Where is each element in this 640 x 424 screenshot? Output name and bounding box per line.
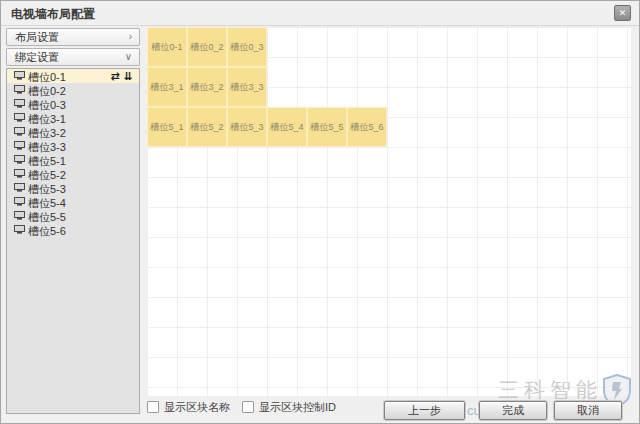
- slot-label: 槽位5-3: [28, 183, 66, 195]
- show-block-control-id-checkbox[interactable]: [242, 401, 254, 413]
- slot-list: 槽位0-1⇄⇊槽位0-2槽位0-3槽位3-1槽位3-2槽位3-3槽位5-1槽位5…: [6, 68, 140, 414]
- slot-label: 槽位5-5: [28, 211, 66, 223]
- monitor-icon: [14, 153, 25, 167]
- slot-item[interactable]: 槽位5-2: [7, 167, 139, 181]
- chevron-right-icon: ›: [129, 29, 132, 45]
- wall-block[interactable]: 槽位5_2: [187, 107, 227, 147]
- slot-item[interactable]: 槽位0-3: [7, 97, 139, 111]
- chevron-down-icon: ∨: [125, 49, 132, 65]
- titlebar: 电视墙布局配置 ✕: [1, 1, 639, 26]
- slot-label: 槽位0-2: [28, 85, 66, 97]
- show-block-control-id-label: 显示区块控制ID: [259, 401, 336, 413]
- slot-item[interactable]: 槽位5-4: [7, 195, 139, 209]
- slot-label: 槽位0-1: [28, 71, 66, 83]
- slot-item[interactable]: 槽位5-6: [7, 223, 139, 237]
- display-options: 显示区块名称显示区块控制ID: [147, 400, 348, 415]
- wall-canvas[interactable]: 槽位0-1槽位0_2槽位0_3槽位3_1槽位3_2槽位3_3槽位5_1槽位5_2…: [147, 27, 631, 396]
- swap-horizontal-icon[interactable]: ⇄: [111, 70, 120, 82]
- wall-block[interactable]: 槽位5_3: [227, 107, 267, 147]
- wall-block[interactable]: 槽位5_4: [267, 107, 307, 147]
- section-label: 绑定设置: [15, 51, 59, 63]
- wall-block[interactable]: 槽位5_6: [347, 107, 387, 147]
- wall-block[interactable]: 槽位0_2: [187, 27, 227, 67]
- monitor-icon: [14, 195, 25, 209]
- monitor-icon: [14, 209, 25, 223]
- sidebar: 布局设置 › 绑定设置 ∨ 槽位0-1⇄⇊槽位0-2槽位0-3槽位3-1槽位3-…: [6, 28, 140, 414]
- close-icon[interactable]: ✕: [614, 5, 631, 21]
- monitor-icon: [14, 83, 25, 97]
- slot-item[interactable]: 槽位3-2: [7, 125, 139, 139]
- monitor-icon: [14, 69, 25, 83]
- wall-block[interactable]: 槽位5_1: [147, 107, 187, 147]
- monitor-icon: [14, 111, 25, 125]
- monitor-icon: [14, 139, 25, 153]
- swap-vertical-icon[interactable]: ⇊: [124, 70, 133, 82]
- monitor-icon: [14, 125, 25, 139]
- slot-label: 槽位3-2: [28, 127, 66, 139]
- section-layout-settings[interactable]: 布局设置 ›: [6, 28, 140, 46]
- slot-label: 槽位3-3: [28, 141, 66, 153]
- slot-item[interactable]: 槽位3-1: [7, 111, 139, 125]
- slot-item[interactable]: 槽位0-2: [7, 83, 139, 97]
- slot-label: 槽位5-1: [28, 155, 66, 167]
- show-block-name-label: 显示区块名称: [164, 401, 230, 413]
- slot-item[interactable]: 槽位5-1: [7, 153, 139, 167]
- slot-label: 槽位5-6: [28, 225, 66, 237]
- section-label: 布局设置: [15, 31, 59, 43]
- slot-label: 槽位5-2: [28, 169, 66, 181]
- show-block-name-checkbox[interactable]: [147, 401, 159, 413]
- monitor-icon: [14, 167, 25, 181]
- wall-block[interactable]: 槽位3_2: [187, 67, 227, 107]
- monitor-icon: [14, 181, 25, 195]
- tv-wall-config-dialog: 电视墙布局配置 ✕ 布局设置 › 绑定设置 ∨ 槽位0-1⇄⇊槽位0-2槽位0-…: [0, 0, 640, 424]
- slot-label: 槽位5-4: [28, 197, 66, 209]
- previous-step-button[interactable]: 上一步: [384, 401, 465, 420]
- slot-item[interactable]: 槽位3-3: [7, 139, 139, 153]
- cancel-button[interactable]: 取消: [554, 401, 622, 420]
- wall-block[interactable]: 槽位3_1: [147, 67, 187, 107]
- slot-label: 槽位0-3: [28, 99, 66, 111]
- slot-item[interactable]: 槽位5-5: [7, 209, 139, 223]
- footer-bar: 显示区块名称显示区块控制ID 上一步 完成 取消: [1, 396, 639, 424]
- finish-button[interactable]: 完成: [479, 401, 547, 420]
- slot-item[interactable]: 槽位5-3: [7, 181, 139, 195]
- monitor-icon: [14, 223, 25, 237]
- section-binding-settings[interactable]: 绑定设置 ∨: [6, 48, 140, 66]
- wall-block[interactable]: 槽位5_5: [307, 107, 347, 147]
- dialog-title: 电视墙布局配置: [11, 6, 95, 23]
- slot-item[interactable]: 槽位0-1⇄⇊: [7, 69, 139, 83]
- wall-block[interactable]: 槽位0_3: [227, 27, 267, 67]
- wall-block[interactable]: 槽位3_3: [227, 67, 267, 107]
- monitor-icon: [14, 97, 25, 111]
- wall-block[interactable]: 槽位0-1: [147, 27, 187, 67]
- slot-label: 槽位3-1: [28, 113, 66, 125]
